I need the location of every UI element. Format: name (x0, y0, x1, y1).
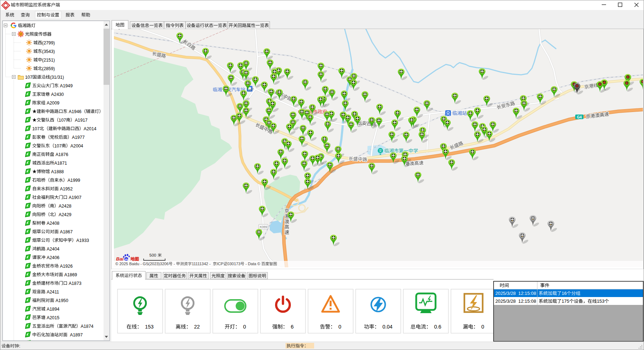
svg-text:A1999: A1999 (67, 178, 80, 183)
svg-text::: : (19, 344, 20, 349)
svg-text:107: 107 (32, 126, 40, 131)
svg-text:A1897: A1897 (67, 332, 83, 337)
svg-text:-: - (173, 262, 176, 266)
svg-text:A2411: A2411 (45, 290, 59, 295)
svg-text:A1871: A1871 (54, 161, 67, 166)
svg-text:030173: 030173 (227, 262, 241, 266)
svg-text:A1949: A1949 (59, 83, 73, 88)
svg-text:500: 500 (149, 253, 157, 257)
svg-text:A1869: A1869 (63, 272, 77, 277)
svg-text:A1950: A1950 (54, 298, 68, 303)
svg-text:A1946: A1946 (67, 109, 81, 114)
svg-text:G4: G4 (577, 115, 582, 119)
svg-text:175: 175 (562, 298, 569, 304)
svg-text:(31/31): (31/31) (50, 75, 64, 80)
svg-text:A1874: A1874 (81, 324, 93, 329)
svg-text:0: 0 (240, 324, 246, 330)
svg-text:A2009: A2009 (45, 101, 59, 106)
svg-text:0.04: 0.04 (380, 324, 393, 330)
svg-text:(2859): (2859) (42, 66, 55, 71)
svg-text:A1952: A1952 (59, 186, 73, 191)
svg-text:11111342 -: 11111342 - (192, 262, 212, 266)
svg-text:2025/3/28 12:15:08: 2025/3/28 12:15:08 (495, 298, 536, 304)
svg-text:A2430: A2430 (50, 92, 64, 97)
svg-text:- Data ©: - Data © (244, 262, 261, 266)
svg-text:A1867: A1867 (59, 229, 73, 234)
svg-text:A2428: A2428 (59, 204, 72, 209)
svg-text:0: 0 (336, 324, 341, 330)
svg-text:ICP: ICP (217, 262, 223, 266)
svg-text:A1926: A1926 (59, 264, 73, 269)
svg-text:2025/3/28 12:15:08: 2025/3/28 12:15:08 (495, 291, 536, 296)
svg-text:(2151): (2151) (42, 58, 55, 63)
svg-text:153: 153 (142, 324, 154, 330)
svg-text:107: 107 (59, 118, 66, 123)
svg-text:A1933: A1933 (76, 238, 89, 243)
svg-text:A2408: A2408 (45, 221, 59, 226)
svg-text:107: 107 (54, 144, 62, 149)
svg-text:A1907: A1907 (67, 195, 81, 200)
svg-text:A2014: A2014 (84, 126, 97, 131)
svg-text:A1917: A1917 (75, 118, 88, 123)
svg-text:A2004: A2004 (71, 144, 83, 149)
svg-text:Bai: Bai (116, 256, 124, 262)
svg-text:A2404: A2404 (45, 247, 59, 252)
svg-text:(2799): (2799) (42, 40, 55, 45)
svg-text:du: du (125, 258, 129, 261)
svg-text:A1977: A1977 (72, 135, 85, 140)
svg-text:A2015: A2015 (45, 315, 59, 320)
svg-text:0: 0 (479, 324, 484, 330)
svg-text:6: 6 (288, 324, 294, 330)
svg-text:A1888: A1888 (50, 169, 64, 174)
svg-text:153: 153 (597, 298, 604, 304)
svg-text:16: 16 (562, 291, 567, 296)
svg-text:(3543): (3543) (42, 49, 55, 54)
svg-text:107: 107 (25, 75, 33, 80)
svg-text:A1894: A1894 (45, 307, 59, 312)
svg-text:A2429: A2429 (59, 212, 72, 217)
svg-text:A1873: A1873 (67, 281, 81, 286)
svg-text:0.6: 0.6 (431, 324, 441, 330)
svg-text:X089: X089 (259, 225, 267, 229)
svg-text:© 2025 Baidu - GS(2023)3206: © 2025 Baidu - GS(2023)3206 (115, 262, 169, 266)
svg-text:A1876: A1876 (54, 152, 68, 157)
svg-text:A2406: A2406 (45, 255, 59, 260)
svg-text:22: 22 (191, 324, 200, 330)
